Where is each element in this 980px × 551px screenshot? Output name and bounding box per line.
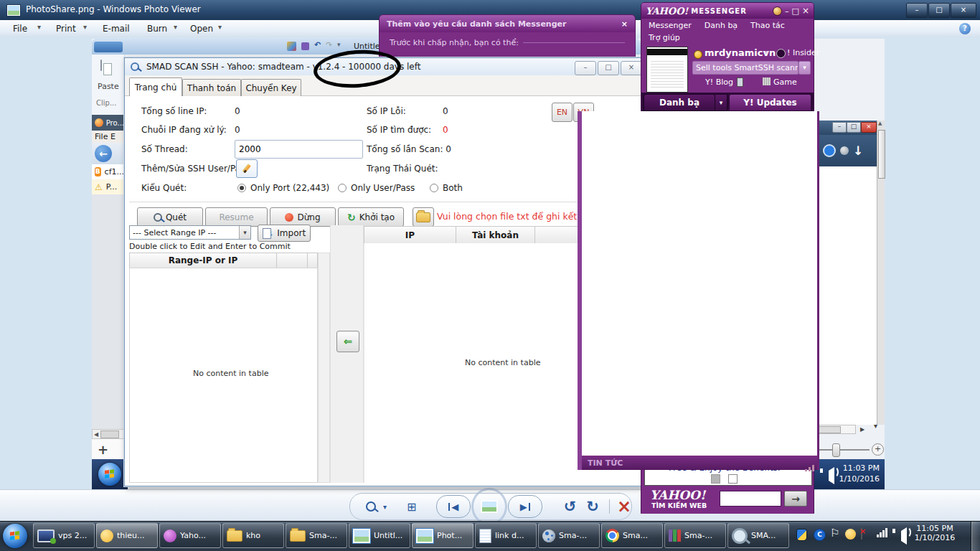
radio-both[interactable] xyxy=(430,184,438,192)
start-button[interactable] xyxy=(3,524,27,548)
avatar[interactable] xyxy=(646,47,688,93)
taskbar-item-untitled[interactable]: Untitl... xyxy=(349,523,410,548)
firefox-menu-label[interactable]: File E xyxy=(95,132,116,141)
range-table-header[interactable]: Range-IP or IP xyxy=(129,253,277,268)
fit-to-window-button[interactable]: ⊞ xyxy=(407,500,416,514)
web-search-input[interactable] xyxy=(720,491,781,507)
tray-speaker-icon[interactable] xyxy=(901,527,907,545)
result-col-account[interactable]: Tài khoản xyxy=(456,226,535,244)
chevron-down-icon[interactable]: ▾ xyxy=(765,49,768,56)
taskbar-item-thieu[interactable]: thieu... xyxy=(96,523,158,548)
close-icon[interactable]: × xyxy=(621,19,628,29)
rotate-cw-button[interactable]: ↻ xyxy=(586,498,599,515)
menu-open[interactable]: Open xyxy=(190,24,213,34)
taskbar-item-sma-globe[interactable]: Sma-... xyxy=(538,523,600,548)
menu-email[interactable]: E-mail xyxy=(103,24,130,34)
tab-trang-chu[interactable]: Trang chủ xyxy=(129,77,182,96)
globe-icon[interactable] xyxy=(840,146,849,155)
range-table-body[interactable]: No content in table xyxy=(129,268,318,483)
init-button[interactable]: ↻ Khởi tạo xyxy=(338,207,404,227)
game-icon[interactable] xyxy=(763,77,771,85)
lang-en-button[interactable]: EN xyxy=(552,103,573,122)
taskbar-item-yahoo[interactable]: Yaho... xyxy=(159,523,221,548)
menu-file[interactable]: File xyxy=(13,24,27,34)
photo-vscrollbar[interactable]: ▲ xyxy=(877,121,885,425)
stop-button[interactable]: Dừng xyxy=(270,207,336,227)
game-label[interactable]: Game xyxy=(773,77,797,87)
taskbar-item-sma-folder[interactable]: Sma-... xyxy=(286,523,347,548)
edit-ssh-button[interactable] xyxy=(236,159,258,178)
close-icon[interactable]: × xyxy=(802,6,809,16)
status-message-box[interactable]: Sell tools SmartSSH scanner ... xyxy=(692,61,798,75)
help-icon[interactable]: ? xyxy=(959,23,971,34)
resume-button[interactable]: Resume xyxy=(205,207,268,227)
previous-button[interactable]: ◀ xyxy=(436,495,471,518)
zoom-slider-track[interactable] xyxy=(818,449,870,451)
tab-contacts-dropdown[interactable]: ▾ xyxy=(715,94,727,111)
restore-button[interactable]: □ xyxy=(928,3,950,18)
resize-grip[interactable] xyxy=(812,465,814,467)
scan-button[interactable]: Quét xyxy=(137,207,203,227)
download-arrow-icon[interactable]: ↓ xyxy=(853,143,863,158)
range-table-header-extra2[interactable] xyxy=(307,253,318,268)
menu-burn[interactable]: Burn xyxy=(147,24,167,34)
scrollbar-thumb[interactable] xyxy=(818,426,841,433)
back-arrow-icon[interactable]: ← xyxy=(95,145,112,162)
taskbar-item-smad[interactable]: SMA... xyxy=(727,523,789,548)
dialog-titlebar[interactable]: Thêm vào yêu cầu danh sách Messenger × xyxy=(380,15,635,32)
menu-print[interactable]: Print xyxy=(56,24,76,34)
tab-chuyen-key[interactable]: Chuyển Key xyxy=(241,79,301,96)
menu-danh-ba[interactable]: Danh bạ xyxy=(705,21,738,30)
radio-only-port[interactable] xyxy=(237,184,246,192)
choose-file-button[interactable] xyxy=(413,207,434,227)
tray-network-icon[interactable]: × xyxy=(861,528,862,540)
scroll-right-icon[interactable]: ▶ xyxy=(860,426,864,433)
scroll-up-icon[interactable]: ▲ xyxy=(878,121,882,126)
checkbox-filled[interactable] xyxy=(711,474,720,484)
search-go-button[interactable]: → xyxy=(784,491,807,507)
taskbar-item-vps[interactable]: vps 2... xyxy=(33,523,95,548)
paste-label[interactable]: Paste xyxy=(98,82,119,91)
menu-messenger[interactable]: Messenger xyxy=(649,21,692,30)
scroll-left-icon[interactable]: ◀ xyxy=(94,431,98,438)
next-button[interactable]: ▶ xyxy=(508,495,542,518)
tab-updates[interactable]: Y! Updates xyxy=(729,94,811,111)
tray-action-center-icon[interactable]: ⚐ xyxy=(830,527,839,540)
scrollbar-thumb[interactable] xyxy=(100,430,119,438)
tab-thanh-toan[interactable]: Thanh toán xyxy=(182,79,241,96)
thread-input[interactable] xyxy=(235,140,363,159)
import-button[interactable]: ↓ Import xyxy=(258,225,311,242)
photo-hscrollbar-fragment[interactable]: ◀ xyxy=(92,429,128,439)
status-dropdown-button[interactable]: ▾ xyxy=(798,61,811,75)
zoom-slider-knob[interactable] xyxy=(832,443,840,457)
rotate-ccw-button[interactable]: ↺ xyxy=(564,498,577,515)
chevron-down-icon[interactable]: ▾ xyxy=(37,23,41,31)
taskbar-item-linkd[interactable]: link d... xyxy=(475,523,537,548)
chevron-down-icon[interactable]: ▾ xyxy=(874,422,877,430)
delete-button[interactable]: × xyxy=(617,499,631,514)
result-col-ip[interactable]: IP xyxy=(364,226,456,244)
minimize-button[interactable]: – xyxy=(575,61,596,75)
tray-messenger-icon[interactable] xyxy=(845,529,856,540)
chevron-down-icon[interactable]: ▾ xyxy=(218,23,222,31)
range-ip-dropdown[interactable]: --- Select Range IP --- ▾ xyxy=(129,225,251,240)
yblog-link[interactable]: Y! Blog xyxy=(705,77,733,87)
radio-only-userpass[interactable] xyxy=(338,184,347,192)
tray-shield-icon[interactable] xyxy=(796,529,807,541)
menu-tro-giup[interactable]: Trợ giúp xyxy=(649,33,680,42)
chevron-down-icon[interactable]: ▾ xyxy=(83,23,87,31)
taskbar-item-sma-rar[interactable]: Sma-... xyxy=(664,523,726,548)
scrollbar-thumb[interactable] xyxy=(878,130,885,179)
restore-button[interactable]: □ xyxy=(847,122,861,133)
tray-comodo-icon[interactable]: C xyxy=(814,529,826,541)
checkbox-empty[interactable] xyxy=(728,474,738,484)
minimize-button[interactable]: – xyxy=(832,122,847,133)
menu-thao-tac[interactable]: Thao tác xyxy=(750,21,785,30)
tab-contacts[interactable]: Danh bạ xyxy=(644,94,715,111)
tray-signal-icon[interactable] xyxy=(877,528,887,537)
search-icon[interactable] xyxy=(823,144,836,157)
taskbar-item-sma-chrome[interactable]: Sma... xyxy=(601,523,663,548)
phone-icon[interactable] xyxy=(737,77,743,87)
close-button[interactable]: × xyxy=(951,3,976,18)
transfer-left-button[interactable]: ⇐ xyxy=(336,331,359,352)
